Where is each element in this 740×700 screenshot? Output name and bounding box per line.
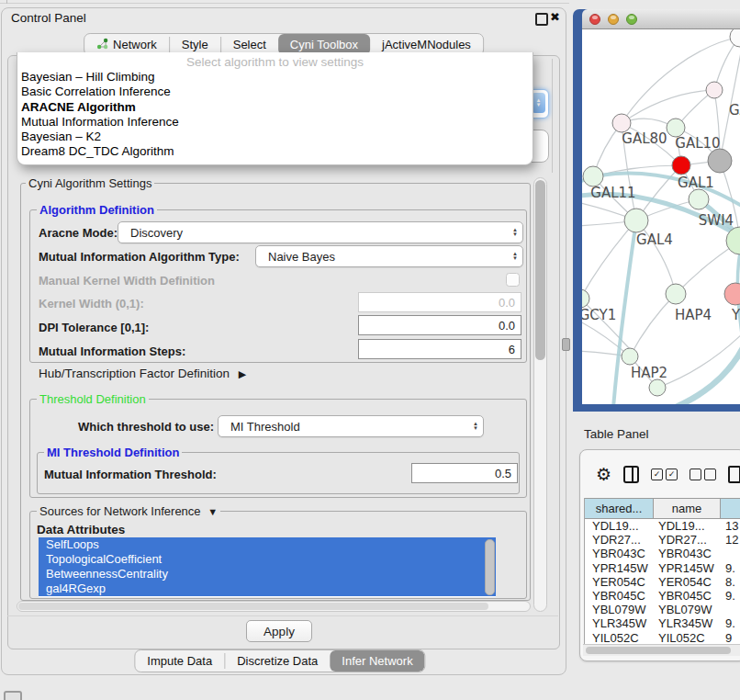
network-node-gal10[interactable] xyxy=(667,119,685,137)
table-row[interactable]: YPR145WYPR145W9. xyxy=(585,561,740,575)
bottom-tab-bar: Impute DataDiscretize DataInfer Network xyxy=(134,649,425,672)
data-attributes-label: Data Attributes xyxy=(37,523,125,536)
network-node[interactable] xyxy=(672,156,690,175)
manual-kernel-checkbox[interactable] xyxy=(506,273,520,287)
attribute-list-item[interactable]: BetweennessCentrality xyxy=(39,567,496,581)
control-panel-title: Control Panel xyxy=(11,11,86,25)
panel-splitter-handle[interactable] xyxy=(562,338,570,351)
minimize-window-icon[interactable] xyxy=(608,14,619,25)
gear-icon[interactable]: ⚙ xyxy=(596,466,611,483)
float-panel-icon[interactable] xyxy=(535,13,548,26)
split-view-icon[interactable] xyxy=(623,466,639,483)
tab-label: Infer Network xyxy=(342,654,412,668)
attribute-list-item[interactable]: SelfLoops xyxy=(39,537,496,552)
table-cell: 12 xyxy=(721,533,740,547)
table-cell: YDL19... xyxy=(585,519,654,533)
table-row[interactable]: YLR345WYLR345W9. xyxy=(585,616,740,630)
mi-threshold-label: Mutual Information Threshold: xyxy=(44,468,217,481)
aracne-mode-combobox[interactable]: Discovery ▲▼ xyxy=(118,221,523,243)
network-node-gal4[interactable] xyxy=(624,209,648,232)
table-hscrollbar-thumb[interactable] xyxy=(586,647,731,654)
network-node-gal1[interactable] xyxy=(689,189,709,209)
settings-hscrollbar-thumb[interactable] xyxy=(18,603,488,610)
network-icon xyxy=(96,38,108,52)
tab-infer-network[interactable]: Infer Network xyxy=(330,650,424,672)
table-cell: YBL079W xyxy=(654,603,721,616)
mi-threshold-field[interactable]: 0.5 xyxy=(411,463,518,483)
table-row[interactable]: YBL079WYBL079W xyxy=(585,603,740,616)
settings-scrollbar-thumb[interactable] xyxy=(535,180,545,360)
table-cell: 9 xyxy=(721,631,740,645)
algorithm-definition-title: Algorithm Definition xyxy=(37,203,157,217)
table-column-header[interactable] xyxy=(721,499,740,518)
table-cell: YER054C xyxy=(585,575,654,589)
tab-impute-data[interactable]: Impute Data xyxy=(135,650,224,672)
table-cell: YBR043C xyxy=(654,547,721,560)
attribute-table: shared...name YDL19...YDL19...13YDR27...… xyxy=(584,498,740,656)
tab-discretize-data[interactable]: Discretize Data xyxy=(225,650,330,672)
mi-type-label: Mutual Information Algorithm Type: xyxy=(39,250,240,264)
list-scrollbar-thumb[interactable] xyxy=(485,539,495,595)
zoom-window-icon[interactable] xyxy=(626,14,637,25)
mini-panel-icon[interactable] xyxy=(4,691,22,700)
close-window-icon[interactable] xyxy=(589,14,600,25)
table-cell: 9. xyxy=(721,589,740,603)
deselect-columns-icon[interactable] xyxy=(690,469,716,480)
attribute-list-item[interactable]: gal4RGexp xyxy=(39,581,496,596)
network-node-gal11[interactable] xyxy=(583,166,603,186)
algorithm-option-list: Bayesian – Hill ClimbingBasic Correlatio… xyxy=(17,70,533,160)
tab-label: Impute Data xyxy=(147,654,212,668)
network-node[interactable] xyxy=(649,379,666,396)
top-tick xyxy=(6,0,7,4)
table-row[interactable]: YIL052CYIL052C9 xyxy=(585,631,740,645)
network-node-y[interactable] xyxy=(724,283,740,305)
algorithm-option[interactable]: Mutual Information Inference xyxy=(17,115,533,130)
network-node-label: GAL11 xyxy=(590,185,635,201)
network-view-window: GALGAL80GAL10GAL1GAL11GAL4SWI4GCY1HAP4YH… xyxy=(573,9,740,412)
dpi-tolerance-field[interactable]: 0.0 xyxy=(358,315,521,335)
table-row[interactable]: YBR045CYBR045C9. xyxy=(585,589,740,603)
attribute-list-item[interactable]: TopologicalCoefficient xyxy=(39,552,496,567)
network-node-gcy1[interactable] xyxy=(582,289,589,308)
checked-box-icon: ✓ xyxy=(666,469,678,480)
close-icon[interactable]: ✖ xyxy=(550,10,560,24)
algorithm-option[interactable]: Basic Correlation Inference xyxy=(17,85,533,99)
table-row[interactable]: YDL19...YDL19...13 xyxy=(585,519,740,533)
network-node[interactable] xyxy=(730,29,740,47)
network-node-hap4[interactable] xyxy=(666,284,686,304)
algorithm-option[interactable]: Dream8 DC_TDC Algorithm xyxy=(17,144,533,159)
network-node-gal80[interactable] xyxy=(612,114,631,132)
table-hscrollbar-track[interactable] xyxy=(583,644,740,656)
table-cell: 13 xyxy=(721,519,740,533)
table-row[interactable]: YBR043CYBR043C xyxy=(585,547,740,560)
file-icon[interactable] xyxy=(728,466,740,483)
table-column-header[interactable]: name xyxy=(654,499,721,518)
table-column-header[interactable]: shared... xyxy=(585,499,654,518)
network-node-label: GAL4 xyxy=(636,231,673,248)
table-cell xyxy=(721,547,740,560)
apply-button[interactable]: Apply xyxy=(246,620,312,642)
network-node-label: GAL1 xyxy=(678,175,714,191)
network-canvas[interactable]: GALGAL80GAL10GAL1GAL11GAL4SWI4GCY1HAP4YH… xyxy=(582,29,740,404)
table-panel: ⚙ ✓ ✓ shared...name YDL19...YDL19...13YD… xyxy=(579,449,740,661)
network-node-gal[interactable] xyxy=(706,82,723,98)
sources-group-title[interactable]: Sources for Network Inference ▼ xyxy=(37,504,220,518)
algorithm-option[interactable]: ARACNE Algorithm xyxy=(17,100,533,115)
which-threshold-label: Which threshold to use: xyxy=(78,420,214,434)
network-node-hap2[interactable] xyxy=(622,348,638,365)
algorithm-option[interactable]: Bayesian – K2 xyxy=(17,130,533,144)
table-row[interactable]: YER054CYER054C8. xyxy=(585,575,740,589)
mi-type-combobox[interactable]: Naive Bayes ▲▼ xyxy=(255,245,523,267)
table-row[interactable]: YDR27...YDR27...12 xyxy=(585,533,740,547)
hub-definition-expander[interactable]: Hub/Transcription Factor Definition ▶ xyxy=(39,367,246,380)
kernel-width-field[interactable]: 0.0 xyxy=(358,292,521,312)
table-cell: 9. xyxy=(721,616,740,630)
network-node-label: GAL10 xyxy=(675,135,720,152)
algorithm-option[interactable]: Bayesian – Hill Climbing xyxy=(17,70,533,85)
select-columns-icon[interactable]: ✓ ✓ xyxy=(651,469,678,480)
which-threshold-combobox[interactable]: MI Threshold ▲▼ xyxy=(218,415,484,437)
table-cell: 8. xyxy=(721,575,740,589)
network-window-titlebar[interactable] xyxy=(582,9,740,29)
mi-steps-field[interactable]: 6 xyxy=(358,339,521,359)
network-node[interactable] xyxy=(708,149,732,173)
